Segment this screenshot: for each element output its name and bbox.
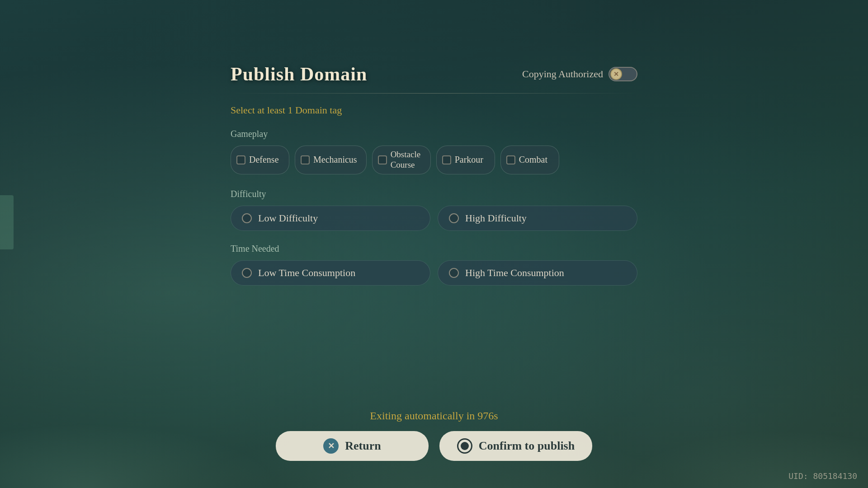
return-x-icon: ✕ — [328, 441, 335, 451]
tag-combat-label: Combat — [519, 155, 547, 165]
checkbox-combat — [506, 155, 515, 164]
toggle-knob: ✕ — [610, 68, 622, 80]
tag-mechanicus-label: Mechanicus — [313, 155, 357, 165]
bottom-section: Exiting automatically in 976s ✕ Return C… — [276, 410, 592, 461]
option-high-time-label: High Time Consumption — [465, 267, 564, 279]
tag-defense[interactable]: Defense — [231, 145, 289, 174]
confirm-button-label: Confirm to publish — [479, 439, 575, 453]
return-button[interactable]: ✕ Return — [276, 431, 429, 461]
option-low-difficulty-label: Low Difficulty — [258, 212, 318, 224]
return-button-label: Return — [345, 439, 381, 453]
radio-low-difficulty — [242, 213, 252, 223]
tag-parkour[interactable]: Parkour — [436, 145, 495, 174]
left-decorative-bar — [0, 195, 14, 249]
option-low-difficulty[interactable]: Low Difficulty — [231, 206, 430, 231]
tag-mechanicus[interactable]: Mechanicus — [295, 145, 367, 174]
gameplay-section-label: Gameplay — [231, 129, 637, 139]
title-divider — [231, 93, 637, 94]
difficulty-options-row: Low Difficulty High Difficulty — [231, 206, 637, 231]
checkbox-defense — [236, 155, 245, 164]
option-high-difficulty[interactable]: High Difficulty — [438, 206, 637, 231]
option-low-time-label: Low Time Consumption — [258, 267, 355, 279]
page-title: Publish Domain — [231, 63, 367, 85]
subtitle: Select at least 1 Domain tag — [231, 104, 637, 116]
toggle-icon: ✕ — [613, 70, 619, 78]
confirm-radio-icon — [457, 438, 472, 454]
tag-combat[interactable]: Combat — [500, 145, 559, 174]
copying-authorized-area: Copying Authorized ✕ — [522, 67, 637, 81]
checkbox-parkour — [442, 155, 451, 164]
bottom-buttons: ✕ Return Confirm to publish — [276, 431, 592, 461]
background-clouds — [0, 330, 868, 488]
time-options-row: Low Time Consumption High Time Consumpti… — [231, 260, 637, 286]
option-high-difficulty-label: High Difficulty — [465, 212, 527, 224]
confirm-radio-inner — [461, 442, 469, 450]
copying-authorized-label: Copying Authorized — [522, 68, 603, 80]
copying-authorized-toggle[interactable]: ✕ — [609, 67, 637, 81]
option-high-time[interactable]: High Time Consumption — [438, 260, 637, 286]
tag-obstacle-course[interactable]: ObstacleCourse — [372, 145, 431, 174]
checkbox-mechanicus — [301, 155, 310, 164]
radio-high-time — [449, 268, 459, 278]
checkbox-obstacle-course — [378, 155, 387, 164]
tag-defense-label: Defense — [249, 155, 279, 165]
confirm-button[interactable]: Confirm to publish — [439, 431, 592, 461]
option-low-time[interactable]: Low Time Consumption — [231, 260, 430, 286]
tag-obstacle-course-label: ObstacleCourse — [391, 150, 420, 170]
title-row: Publish Domain Copying Authorized ✕ — [231, 63, 637, 85]
radio-high-difficulty — [449, 213, 459, 223]
gameplay-tags-row: Defense Mechanicus ObstacleCourse Parkou… — [231, 145, 637, 174]
uid-text: UID: 805184130 — [788, 471, 857, 481]
difficulty-section-label: Difficulty — [231, 189, 637, 199]
time-needed-section-label: Time Needed — [231, 244, 637, 254]
auto-exit-text: Exiting automatically in 976s — [370, 410, 498, 422]
tag-parkour-label: Parkour — [455, 155, 483, 165]
radio-low-time — [242, 268, 252, 278]
return-icon-circle: ✕ — [323, 438, 339, 454]
dialog-panel: Publish Domain Copying Authorized ✕ Sele… — [231, 63, 637, 298]
